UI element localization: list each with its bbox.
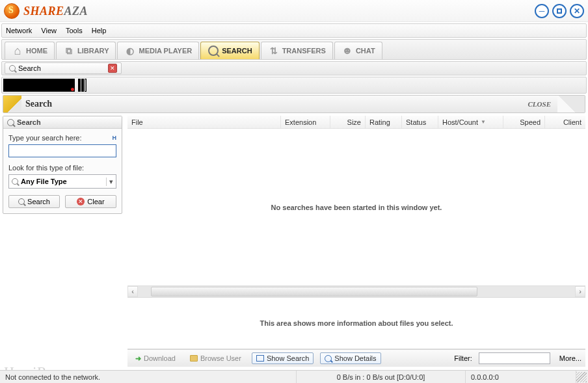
search-input[interactable]	[8, 144, 116, 157]
folder-icon	[190, 355, 198, 362]
col-hostcount[interactable]: Host/Count	[438, 116, 503, 128]
col-status[interactable]: Status	[402, 116, 438, 128]
column-headers: File Extension Size Rating Status Host/C…	[127, 116, 585, 129]
scroll-left-button[interactable]: ‹	[127, 286, 138, 297]
browse-label: Browse User	[200, 354, 241, 362]
tab-transfers[interactable]: TRANSFERS	[261, 42, 333, 59]
app-icon	[4, 3, 20, 19]
col-client[interactable]: Client	[545, 116, 585, 128]
bandwidth-bars	[78, 79, 87, 93]
tab-media-label: MEDIA PLAYER	[139, 47, 192, 55]
show-details-label: Show Details	[334, 354, 376, 362]
search-hint-icon[interactable]: H	[113, 135, 117, 141]
minimize-button[interactable]: ─	[535, 4, 549, 18]
close-subtab-button[interactable]: ✕	[108, 64, 117, 73]
detail-pane: This area shows more information about f…	[127, 297, 585, 349]
magnifier-icon	[18, 198, 25, 205]
tab-search[interactable]: SEARCH	[200, 42, 259, 59]
filetype-label: Look for this type of file:	[8, 164, 84, 172]
search-panel-title: Search	[17, 118, 41, 126]
tab-chat-label: CHAT	[356, 47, 375, 55]
filter-label: Filter:	[454, 354, 472, 362]
tab-search-label: SEARCH	[222, 47, 252, 55]
show-search-button[interactable]: Show Search	[252, 352, 314, 364]
show-details-button[interactable]: Show Details	[320, 352, 381, 364]
app-brand: SHAREAZA	[23, 5, 88, 17]
results-empty-view: No searches have been started in this wi…	[127, 129, 585, 286]
magnifier-icon	[7, 119, 14, 126]
main-content: Search Type your search here: H Look for…	[3, 116, 585, 367]
magnifier-icon	[12, 178, 18, 185]
title-bar: SHAREAZA ─ ✕	[0, 0, 588, 22]
menu-bar: Network View Tools Help	[1, 23, 587, 38]
page-title: Search	[25, 99, 52, 109]
menu-tools[interactable]: Tools	[66, 27, 83, 34]
search-tab-row: Search ✕	[1, 61, 587, 75]
tab-library[interactable]: LIBRARY	[56, 42, 116, 59]
media-icon	[124, 45, 136, 57]
search-input-label-row: Type your search here: H	[8, 134, 116, 142]
scroll-right-button[interactable]: ›	[575, 286, 585, 297]
tab-chat[interactable]: CHAT	[334, 42, 382, 59]
clear-button[interactable]: ✕Clear	[65, 195, 116, 208]
bandwidth-strip	[1, 77, 587, 94]
filter-more-button[interactable]: More...	[559, 354, 581, 362]
library-icon	[63, 45, 75, 57]
page-header: Search CLOSE	[3, 95, 585, 113]
browse-user-button: Browse User	[186, 353, 245, 363]
home-icon	[12, 45, 23, 57]
clear-button-label: Clear	[87, 198, 104, 205]
resize-grip[interactable]	[576, 372, 587, 382]
horizontal-scrollbar[interactable]: ‹ ›	[127, 286, 585, 297]
download-icon: ➜	[135, 354, 141, 363]
tab-transfers-label: TRANSFERS	[282, 47, 326, 55]
chevron-down-icon: ▾	[106, 178, 113, 186]
search-button-label: Search	[27, 198, 50, 205]
close-window-button[interactable]: ✕	[570, 4, 584, 18]
panel-icon	[256, 355, 264, 362]
tab-home[interactable]: HOME	[5, 42, 55, 59]
search-icon	[208, 46, 219, 56]
tab-home-label: HOME	[26, 47, 47, 55]
clear-icon: ✕	[77, 198, 85, 205]
chat-icon	[341, 45, 353, 57]
status-ip: 0.0.0.0:0	[466, 371, 576, 383]
search-panel: Search Type your search here: H Look for…	[3, 116, 122, 214]
search-input-label: Type your search here:	[8, 134, 82, 142]
magnifier-icon	[9, 65, 16, 72]
menu-help[interactable]: Help	[92, 27, 107, 34]
download-label: Download	[144, 354, 176, 362]
menu-network[interactable]: Network	[6, 27, 32, 34]
bandwidth-graph	[3, 79, 75, 92]
download-button: ➜Download	[131, 353, 180, 364]
status-bar: Not connected to the network. 0 B/s in :…	[0, 370, 588, 383]
search-subtab[interactable]: Search ✕	[5, 62, 122, 74]
menu-view[interactable]: View	[41, 27, 57, 34]
magnifier-icon	[325, 355, 332, 362]
filetype-select[interactable]: Any File Type ▾	[8, 174, 116, 189]
maximize-button[interactable]	[552, 4, 567, 18]
results-toolbar: ➜Download Browse User Show Search Show D…	[127, 349, 585, 367]
transfers-icon	[268, 45, 280, 57]
brand-prefix: SHARE	[23, 5, 64, 18]
brand-suffix: AZA	[64, 5, 88, 18]
search-button[interactable]: Search	[8, 195, 60, 208]
filetype-value: Any File Type	[21, 178, 67, 185]
search-sidebar: Search Type your search here: H Look for…	[3, 116, 122, 367]
close-page-button[interactable]: CLOSE	[528, 100, 551, 108]
tab-library-label: LIBRARY	[77, 47, 109, 55]
col-rating[interactable]: Rating	[366, 116, 402, 128]
scroll-thumb[interactable]	[151, 287, 477, 297]
filter-input[interactable]	[479, 352, 550, 364]
status-bandwidth: 0 B/s in : 0 B/s out [D:0/U:0]	[297, 371, 466, 383]
show-search-label: Show Search	[267, 354, 309, 362]
empty-message: No searches have been started in this wi…	[271, 204, 442, 211]
tab-media-player[interactable]: MEDIA PLAYER	[117, 42, 199, 59]
col-file[interactable]: File	[127, 116, 281, 128]
search-subtab-label: Search	[18, 64, 41, 72]
scroll-track[interactable]	[138, 286, 575, 297]
col-speed[interactable]: Speed	[503, 116, 545, 128]
col-extension[interactable]: Extension	[281, 116, 330, 128]
col-size[interactable]: Size	[330, 116, 366, 128]
search-panel-header: Search	[3, 116, 122, 129]
